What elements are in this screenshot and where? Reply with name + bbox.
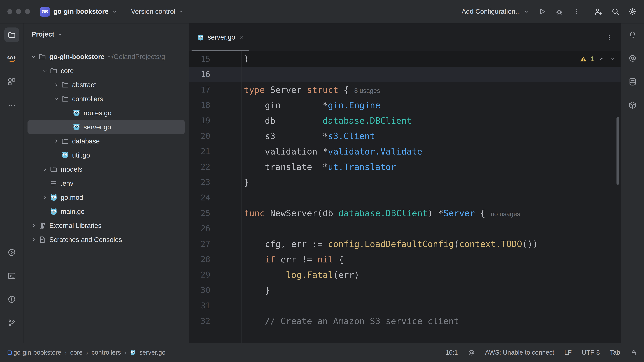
code-line-19[interactable]: 19 db database.DBClient xyxy=(189,113,620,128)
code-line-16[interactable]: 16 xyxy=(189,67,620,82)
tool-problems-button[interactable] xyxy=(4,292,19,307)
tool-ai-assistant-button[interactable] xyxy=(625,51,640,66)
tool-git-branch-button[interactable] xyxy=(4,316,19,330)
code-line-22[interactable]: 22 translate *ut.Translator xyxy=(189,159,620,175)
code-line-32[interactable]: 32 // Create an Amazon S3 service client xyxy=(189,313,620,329)
tree-item-core[interactable]: core xyxy=(28,64,185,78)
chevron-right-icon[interactable] xyxy=(40,166,50,173)
breadcrumb-item[interactable]: server.go xyxy=(139,349,165,356)
file-encoding[interactable]: UTF-8 xyxy=(582,349,600,356)
tree-item-external-libraries[interactable]: External Libraries xyxy=(28,219,185,233)
code-line-18[interactable]: 18 gin *gin.Engine xyxy=(189,97,620,113)
usages-inlay[interactable]: no usages xyxy=(491,211,520,218)
project-toolwindow: Project go-gin-bookstore~/GolandProjects… xyxy=(24,23,189,343)
window-controls[interactable] xyxy=(8,9,30,14)
code-line-27[interactable]: 27 cfg, err := config.LoadDefaultConfig(… xyxy=(189,236,620,252)
folder-icon xyxy=(50,67,58,75)
code-line-30[interactable]: 30 } xyxy=(189,283,620,298)
chevron-down-icon[interactable] xyxy=(40,67,50,74)
project-widget[interactable]: GB go-gin-bookstore xyxy=(40,6,118,16)
code-line-15[interactable]: 15) xyxy=(189,51,620,67)
tree-item-routes-go[interactable]: routes.go xyxy=(28,106,185,120)
warning-icon xyxy=(580,56,587,62)
window-close-button[interactable] xyxy=(8,9,12,14)
inspections-widget[interactable]: 1 xyxy=(580,51,616,67)
chevron-right-icon[interactable] xyxy=(52,138,61,144)
tree-item-util-go[interactable]: util.go xyxy=(28,148,185,162)
tree-item-models[interactable]: models xyxy=(28,162,185,176)
terminal-icon xyxy=(7,272,16,280)
tree-item-abstract[interactable]: abstract xyxy=(28,78,185,92)
tree-item-scratches-and-consoles[interactable]: Scratches and Consoles xyxy=(28,233,185,247)
usages-inlay[interactable]: 8 usages xyxy=(354,87,380,94)
ai-assistant-icon[interactable] xyxy=(468,349,475,356)
breadcrumb-item[interactable]: go-gin-bookstore xyxy=(14,349,61,356)
tool-dependencies-button[interactable] xyxy=(625,98,640,113)
code-line-17[interactable]: 17type Server struct {8 usages xyxy=(189,82,620,97)
tree-item-go-gin-bookstore[interactable]: go-gin-bookstore~/GolandProjects/g xyxy=(28,50,185,64)
project-badge: GB xyxy=(40,6,50,16)
search-icon[interactable] xyxy=(611,7,620,16)
line-number: 26 xyxy=(189,221,241,236)
tool-project-button[interactable] xyxy=(4,27,19,42)
goland-window: GB go-gin-bookstore Version control Add … xyxy=(0,0,644,362)
breadcrumb-item[interactable]: controllers xyxy=(92,349,121,356)
code-area[interactable]: 15)1617type Server struct {8 usages18 gi… xyxy=(189,51,620,343)
editor-scrollbar[interactable] xyxy=(616,117,619,185)
run-config-selector[interactable]: Add Configuration... xyxy=(462,8,529,15)
chevron-down-icon[interactable] xyxy=(52,95,61,102)
window-minimize-button[interactable] xyxy=(16,9,21,14)
settings-icon[interactable] xyxy=(628,7,636,16)
code-line-29[interactable]: 29 log.Fatal(err) xyxy=(189,267,620,283)
tree-item-go-mod[interactable]: go.mod xyxy=(28,190,185,204)
tool-aws-button[interactable]: aws xyxy=(4,51,19,66)
code-line-26[interactable]: 26 xyxy=(189,221,620,236)
line-separator[interactable]: LF xyxy=(564,349,572,356)
breadcrumb-item[interactable]: core xyxy=(70,349,83,356)
debug-icon[interactable] xyxy=(555,7,564,16)
code-line-31[interactable]: 31 xyxy=(189,298,620,313)
run-icon[interactable] xyxy=(538,7,546,16)
chevron-right-icon[interactable] xyxy=(40,194,50,201)
tree-item-label: util.go xyxy=(72,151,90,159)
code-line-25[interactable]: 25func NewServer(db database.DBClient) *… xyxy=(189,205,620,221)
chevron-right-icon[interactable] xyxy=(29,222,38,229)
vcs-widget[interactable]: Version control xyxy=(131,8,184,15)
indent-style[interactable]: Tab xyxy=(610,349,620,356)
code-line-28[interactable]: 28 if err != nil { xyxy=(189,252,620,267)
add-user-icon[interactable] xyxy=(594,7,602,16)
close-icon[interactable] xyxy=(239,35,244,40)
tool-notifications-button[interactable] xyxy=(625,27,640,42)
lock-icon[interactable] xyxy=(630,349,637,356)
tool-terminal-button[interactable] xyxy=(4,269,19,283)
aws-connection-status[interactable]: AWS: Unable to connect xyxy=(485,349,554,356)
code-text: } xyxy=(241,175,249,190)
tree-item-main-go[interactable]: main.go xyxy=(28,204,185,219)
code-line-23[interactable]: 23} xyxy=(189,175,620,190)
tree-item-env[interactable]: .env xyxy=(28,176,185,190)
chevron-down-icon[interactable] xyxy=(609,56,616,62)
more-icon[interactable] xyxy=(572,7,580,16)
chevron-down-icon[interactable] xyxy=(29,53,38,60)
tool-database-button[interactable] xyxy=(625,74,640,89)
tree-item-controllers[interactable]: controllers xyxy=(28,92,185,106)
code-line-20[interactable]: 20 s3 *s3.Client xyxy=(189,128,620,144)
chevron-right-icon[interactable] xyxy=(29,236,38,243)
caret-position[interactable]: 16:1 xyxy=(446,349,458,356)
notifications-icon xyxy=(628,30,637,39)
chevron-right-icon[interactable] xyxy=(52,81,61,88)
tree-item-server-go[interactable]: server.go xyxy=(28,120,185,134)
tree-item-path: ~/GolandProjects/g xyxy=(108,53,165,60)
project-panel-header[interactable]: Project xyxy=(24,23,189,45)
editor-options-icon[interactable] xyxy=(605,33,613,41)
tree-item-database[interactable]: database xyxy=(28,134,185,148)
code-line-21[interactable]: 21 validation *validator.Validate xyxy=(189,144,620,159)
code-line-24[interactable]: 24 xyxy=(189,190,620,205)
tool-structure-button[interactable] xyxy=(4,74,19,89)
tool-more-horizontal-button[interactable] xyxy=(4,98,19,113)
chevron-up-icon[interactable] xyxy=(598,56,605,62)
window-zoom-button[interactable] xyxy=(25,9,30,14)
tab-server-go[interactable]: server.go xyxy=(191,23,250,51)
tool-run-circle-button[interactable] xyxy=(4,245,19,260)
code-text xyxy=(241,298,244,313)
